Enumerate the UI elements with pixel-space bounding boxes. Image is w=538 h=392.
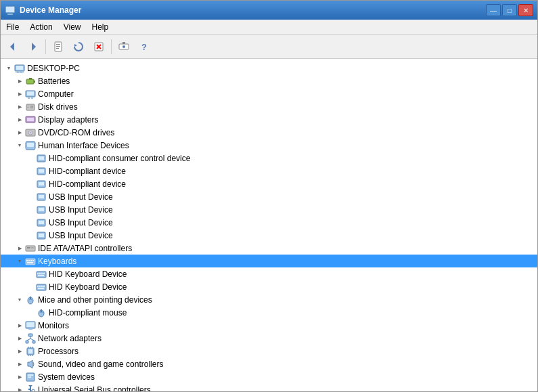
mice-row[interactable]: Mice and other pointing devices xyxy=(1,293,537,306)
maximize-button[interactable]: □ xyxy=(502,4,517,16)
svg-marker-105 xyxy=(28,385,32,387)
monitors-row[interactable]: Monitors xyxy=(1,319,537,332)
usb-icon xyxy=(25,385,36,392)
batteries-expander[interactable] xyxy=(14,76,25,87)
monitors-expander[interactable] xyxy=(14,320,25,331)
computer-label: Computer xyxy=(38,88,74,100)
usb-input4-row[interactable]: USB Input Device xyxy=(1,229,537,242)
dvd-row[interactable]: DVD/CD-ROM drives xyxy=(1,126,537,139)
svg-rect-86 xyxy=(28,334,32,336)
keyboards-expander[interactable] xyxy=(14,256,25,267)
menu-action[interactable]: Action xyxy=(24,20,58,34)
batteries-row[interactable]: Batteries xyxy=(1,74,537,87)
processors-expander[interactable] xyxy=(14,346,25,357)
usb-input3-expander xyxy=(25,217,36,228)
dvd-expander[interactable] xyxy=(14,127,25,138)
svg-rect-87 xyxy=(26,341,28,343)
hid-label: Human Interface Devices xyxy=(38,139,129,152)
menu-file[interactable]: File xyxy=(1,20,24,34)
hid-device2-row[interactable]: HID-compliant device xyxy=(1,177,537,190)
properties-button[interactable] xyxy=(49,38,68,56)
usb-label: Universal Serial Bus controllers xyxy=(38,384,151,392)
processors-row[interactable]: Processors xyxy=(1,345,537,357)
help-button[interactable]: ? xyxy=(135,38,154,56)
hid-mouse-row[interactable]: HID-compliant mouse xyxy=(1,306,537,319)
svg-rect-7 xyxy=(56,46,60,47)
svg-rect-84 xyxy=(28,329,32,330)
keyboards-row[interactable]: Keyboards xyxy=(1,255,537,267)
usb-input4-label: USB Input Device xyxy=(49,230,113,242)
hid-device2-label: HID-compliant device xyxy=(49,178,126,190)
hid-device1-row[interactable]: HID-compliant device xyxy=(1,165,537,177)
hid-expander[interactable] xyxy=(14,140,25,151)
svg-rect-62 xyxy=(32,260,34,261)
disk-drives-expander[interactable] xyxy=(14,102,25,112)
mice-icon xyxy=(25,295,36,305)
close-button[interactable]: ✕ xyxy=(518,4,533,16)
display-adapters-row[interactable]: Display adapters xyxy=(1,113,537,126)
svg-rect-23 xyxy=(34,81,35,83)
root-row[interactable]: DESKTOP-PC xyxy=(1,62,537,74)
hid-consumer-row[interactable]: HID-compliant consumer control device xyxy=(1,152,537,165)
display-adapters-expander[interactable] xyxy=(14,114,25,125)
sound-expander[interactable] xyxy=(14,359,25,370)
svg-rect-39 xyxy=(27,143,34,147)
sound-row[interactable]: Sound, video and game controllers xyxy=(1,357,537,370)
forward-icon xyxy=(28,41,39,52)
root-label: DESKTOP-PC xyxy=(27,62,80,74)
forward-button[interactable] xyxy=(24,38,43,56)
computer-icon xyxy=(25,89,36,100)
svg-rect-75 xyxy=(38,288,44,289)
tree-hid-keyboard1: HID Keyboard Device xyxy=(1,267,537,280)
usb-input4-icon xyxy=(36,230,47,241)
usb-input2-icon xyxy=(36,204,47,215)
usb-input1-row[interactable]: USB Input Device xyxy=(1,190,537,203)
hid-keyboard1-row[interactable]: HID Keyboard Device xyxy=(1,267,537,280)
ide-row[interactable]: IDE ATA/ATAPI controllers xyxy=(1,242,537,255)
svg-rect-66 xyxy=(39,273,41,274)
usb-input4-expander xyxy=(25,230,36,241)
usb-expander[interactable] xyxy=(14,385,25,392)
keyboards-children: HID Keyboard Device xyxy=(1,267,537,293)
svg-rect-1 xyxy=(7,14,13,15)
system-expander[interactable] xyxy=(14,372,25,383)
network-expander[interactable] xyxy=(14,333,25,344)
content-area[interactable]: DESKTOP-PC xyxy=(1,59,537,391)
usb-input1-label: USB Input Device xyxy=(49,191,113,203)
display-adapters-label: Display adapters xyxy=(38,114,98,126)
usb-input3-row[interactable]: USB Input Device xyxy=(1,216,537,229)
usb-row[interactable]: Universal Serial Bus controllers xyxy=(1,383,537,391)
tree-usb: Universal Serial Bus controllers xyxy=(1,383,537,391)
batteries-label: Batteries xyxy=(38,75,70,87)
disk-drives-row[interactable]: Disk drives xyxy=(1,100,537,113)
usb-input2-row[interactable]: USB Input Device xyxy=(1,203,537,216)
ide-expander[interactable] xyxy=(14,243,25,254)
network-row[interactable]: Network adapters xyxy=(1,332,537,345)
hid-keyboard2-row[interactable]: HID Keyboard Device xyxy=(1,280,537,293)
mice-expander[interactable] xyxy=(14,295,25,305)
window-controls: — □ ✕ xyxy=(486,4,533,16)
hid-device2-expander xyxy=(25,179,36,190)
svg-rect-44 xyxy=(39,169,44,173)
svg-rect-31 xyxy=(27,106,30,106)
svg-line-91 xyxy=(30,339,34,341)
computer-row[interactable]: Computer xyxy=(1,87,537,100)
svg-rect-64 xyxy=(37,271,46,278)
menu-view[interactable]: View xyxy=(58,20,87,34)
uninstall-button[interactable] xyxy=(89,38,108,56)
menu-help[interactable]: Help xyxy=(87,20,114,34)
root-expander[interactable] xyxy=(3,63,14,74)
scan-button[interactable] xyxy=(114,38,133,56)
hid-row[interactable]: Human Interface Devices xyxy=(1,139,537,152)
hid-consumer-icon xyxy=(36,153,47,164)
hid-keyboard2-label: HID Keyboard Device xyxy=(49,281,127,293)
system-row[interactable]: System devices xyxy=(1,370,537,383)
svg-marker-4 xyxy=(32,43,36,51)
usb-input2-expander xyxy=(25,204,36,215)
usb-input3-icon xyxy=(36,217,47,228)
update-button[interactable] xyxy=(69,38,88,56)
toolbar-separator-2 xyxy=(111,39,112,54)
minimize-button[interactable]: — xyxy=(486,4,501,16)
computer-expander[interactable] xyxy=(14,89,25,100)
back-button[interactable] xyxy=(3,38,22,56)
